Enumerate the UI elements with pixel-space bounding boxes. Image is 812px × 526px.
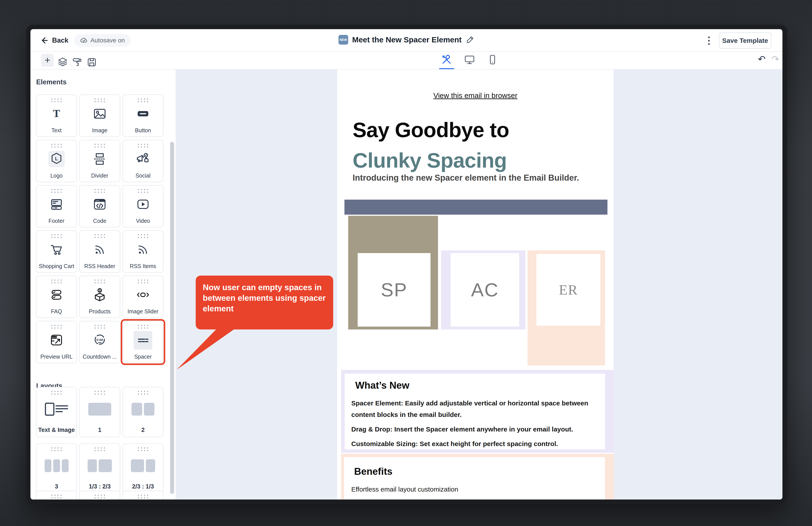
drag-handle-icon xyxy=(138,325,148,329)
tab-edit-tools[interactable] xyxy=(441,54,452,65)
layout-card-label: 3 xyxy=(37,483,76,490)
new-emoji-badge: NEW xyxy=(338,35,348,45)
layout-card-onethird[interactable]: 1/3 : 2/3 xyxy=(79,443,120,494)
element-card-faq[interactable]: FAQ xyxy=(36,275,77,318)
drag-handle-icon xyxy=(138,447,148,451)
element-card-label: Shopping Cart xyxy=(37,263,76,269)
element-card-video[interactable]: Video xyxy=(122,185,163,227)
faq-icon xyxy=(48,287,64,303)
add-elements-tab[interactable]: + xyxy=(41,54,54,67)
svg-text:T: T xyxy=(53,108,60,119)
annotation-callout-text: Now user can empty spaces in between ele… xyxy=(203,283,326,313)
save-template-label: Save Template xyxy=(722,37,768,44)
back-button[interactable]: Back xyxy=(40,36,68,45)
element-card-label: Logo xyxy=(37,172,76,179)
drag-handle-icon xyxy=(95,99,105,102)
layout-card-label: 2 xyxy=(123,427,163,433)
products-icon: $ xyxy=(91,287,108,303)
drag-handle-icon xyxy=(52,280,62,283)
whats-new-item: Spacer Element: Easily add adjustable ve… xyxy=(351,397,598,421)
layers-icon[interactable] xyxy=(57,55,68,66)
element-card-label: RSS Header xyxy=(79,263,120,269)
undo-button[interactable]: ↶ xyxy=(756,54,767,65)
layout-card-partial[interactable] xyxy=(79,491,120,499)
element-card-label: Text xyxy=(37,127,76,133)
drag-handle-icon xyxy=(95,447,105,451)
save-template-button[interactable]: Save Template xyxy=(719,32,771,49)
email-subheading[interactable]: Introducing the new Spacer element in th… xyxy=(352,173,579,183)
element-card-preview[interactable]: Preview URL xyxy=(36,321,77,363)
paint-roller-icon[interactable] xyxy=(72,55,83,66)
text-icon: T xyxy=(48,105,64,122)
element-card-cart[interactable]: Shopping Cart xyxy=(36,230,77,273)
element-card-label: Button xyxy=(123,127,163,133)
view-in-browser-link[interactable]: View this email in browser xyxy=(433,91,518,100)
whats-new-title: What’s New xyxy=(355,380,409,391)
element-card-button[interactable]: Button xyxy=(122,95,163,137)
element-card-text[interactable]: TText xyxy=(36,95,77,137)
header-divider xyxy=(30,52,782,52)
element-card-rss[interactable]: RSS Items xyxy=(122,230,163,273)
element-card-spacer[interactable]: Spacer xyxy=(122,321,163,363)
layout-card-partial[interactable] xyxy=(122,491,163,499)
edit-title-pencil-icon[interactable] xyxy=(466,35,474,44)
element-card-slider[interactable]: Image Slider xyxy=(122,275,163,318)
element-card-image[interactable]: Image xyxy=(79,95,120,137)
image-block-sp[interactable]: SP xyxy=(348,216,438,329)
more-options-kebab-icon[interactable]: ⋮ xyxy=(705,35,713,46)
layout-card-label: 1/3 : 2/3 xyxy=(79,483,120,490)
drag-handle-icon xyxy=(138,99,148,102)
placeholder-letter: SP xyxy=(381,279,408,301)
tab-desktop-preview[interactable] xyxy=(464,54,475,65)
layout-card-label: 2/3 : 1/3 xyxy=(123,483,163,490)
element-card-label: Spacer xyxy=(123,354,163,360)
image-block-ac[interactable]: AC xyxy=(441,251,525,329)
email-heading-line2[interactable]: Clunky Spacing xyxy=(352,148,507,172)
drag-handle-icon xyxy=(52,99,62,102)
layout-card-partial[interactable] xyxy=(36,491,77,499)
element-card-label: Countdown ... xyxy=(79,354,120,360)
layout-ti-icon xyxy=(37,399,76,419)
sidebar-scrollbar[interactable] xyxy=(170,142,174,494)
template-title: NEW Meet the New Spacer Element xyxy=(338,35,474,45)
element-card-divider[interactable]: Divider xyxy=(79,140,120,182)
layout-card-ti[interactable]: Text & Image xyxy=(36,387,77,437)
element-card-products[interactable]: $Products xyxy=(79,275,120,318)
layout-card-two[interactable]: 2 xyxy=(122,387,163,437)
element-card-logo[interactable]: LLogo xyxy=(36,140,77,182)
element-card-label: Preview URL xyxy=(37,354,76,360)
drag-handle-icon xyxy=(138,391,148,395)
element-card-label: Video xyxy=(123,218,163,224)
element-card-footer[interactable]: Footer xyxy=(36,185,77,227)
element-card-label: Image xyxy=(79,127,120,133)
footer-icon xyxy=(48,196,64,212)
drag-handle-icon xyxy=(138,189,148,193)
layout-card-label: Text & Image xyxy=(37,427,76,433)
image-block-er[interactable]: ER xyxy=(527,251,605,366)
tab-mobile-preview[interactable] xyxy=(487,54,498,65)
benefits-body: Effortless email layout customization xyxy=(351,484,598,495)
drag-handle-icon xyxy=(52,495,62,498)
element-card-rss[interactable]: RSS Header xyxy=(79,230,120,273)
slider-icon xyxy=(135,287,151,303)
drag-handle-icon xyxy=(52,144,62,147)
redo-button[interactable]: ↷ xyxy=(770,54,781,65)
email-heading-line1[interactable]: Say Goodbye to xyxy=(352,118,509,142)
annotation-callout: Now user can empty spaces in between ele… xyxy=(196,275,333,329)
drag-handle-icon xyxy=(52,325,62,329)
elements-section-title: Elements xyxy=(36,78,67,86)
element-card-label: Divider xyxy=(79,172,120,179)
layout-card-three[interactable]: 3 xyxy=(36,443,77,494)
cloud-check-icon xyxy=(80,37,88,44)
element-card-code[interactable]: Code xyxy=(79,185,120,227)
layout-card-one[interactable]: 1 xyxy=(79,387,120,437)
drag-handle-icon xyxy=(52,234,62,238)
slate-spacer-bar[interactable] xyxy=(345,200,607,215)
rss-icon xyxy=(91,241,108,258)
layout-card-twothird[interactable]: 2/3 : 1/3 xyxy=(122,443,163,494)
save-blocks-icon[interactable] xyxy=(87,55,97,66)
placeholder-letter: ER xyxy=(559,282,578,298)
element-card-countdown[interactable]: 0:00Countdown ... xyxy=(79,321,120,363)
spacer-icon xyxy=(134,331,152,350)
element-card-social[interactable]: Social xyxy=(122,140,163,182)
